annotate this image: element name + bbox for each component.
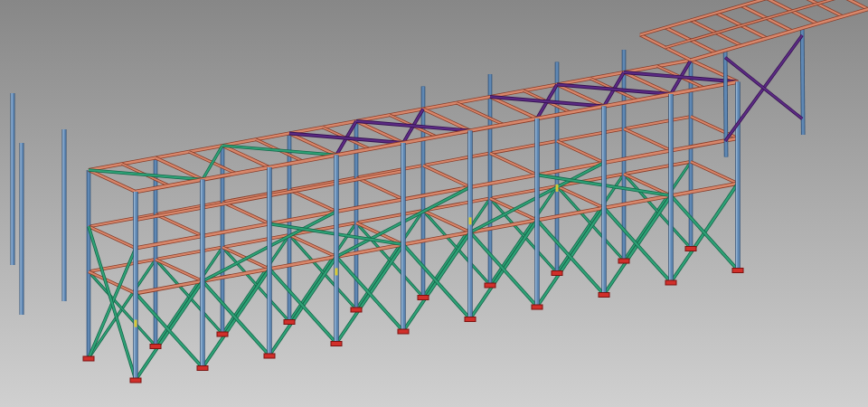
end-face-bracing[interactable] bbox=[89, 226, 136, 380]
model-viewport[interactable] bbox=[0, 0, 868, 407]
walkway[interactable] bbox=[640, 0, 868, 157]
application-window bbox=[0, 0, 868, 407]
steel-frame-model bbox=[0, 0, 868, 407]
back-face-bracing[interactable] bbox=[89, 162, 691, 358]
front-face-bracing[interactable] bbox=[136, 184, 738, 380]
loose-columns[interactable] bbox=[12, 93, 64, 315]
